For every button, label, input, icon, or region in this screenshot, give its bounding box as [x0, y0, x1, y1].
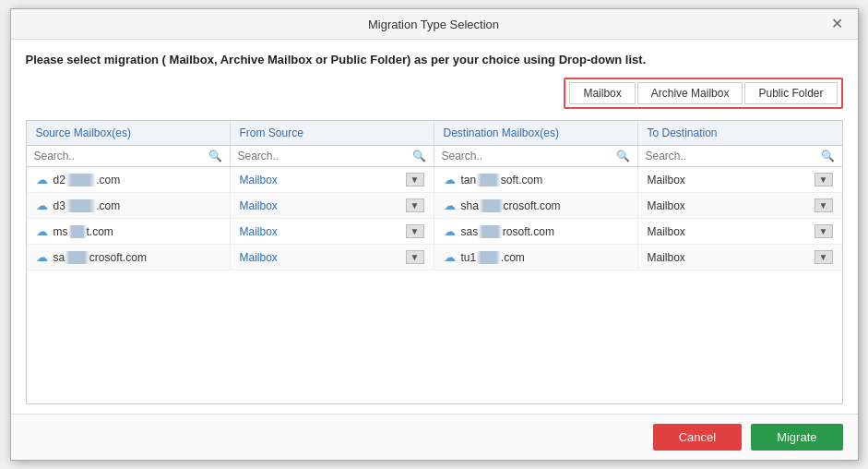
migration-table: Source Mailbox(es) From Source Destinati… [26, 120, 843, 404]
from-cell: Mailbox ▼ [231, 193, 434, 218]
dialog-body: Please select migration ( Mailbox, Archi… [11, 40, 858, 414]
data-rows: ☁ d2 .com Mailbox ▼ ☁ tan soft.com Mailb… [27, 167, 842, 271]
table-header-row: Source Mailbox(es) From Source Destinati… [27, 121, 842, 146]
search-row: 🔍 🔍 🔍 🔍 [27, 146, 842, 167]
from-type[interactable]: Mailbox [240, 225, 278, 238]
to-dropdown[interactable]: ▼ [814, 173, 833, 186]
table-row: ☁ ms t.com Mailbox ▼ ☁ sas rosoft.com Ma… [27, 219, 842, 245]
to-dropdown[interactable]: ▼ [814, 198, 833, 212]
dest-email: sas rosoft.com [461, 225, 554, 238]
blur-text [476, 251, 501, 264]
dialog-title: Migration Type Selection [41, 18, 827, 31]
dest-cell: ☁ sha crosoft.com [434, 193, 638, 218]
to-cell: Mailbox ▼ [638, 219, 842, 244]
type-buttons-group: Mailbox Archive Mailbox Public Folder [564, 78, 842, 109]
source-cell: ☁ d2 .com [27, 167, 231, 192]
dest-search-cell: 🔍 [434, 146, 638, 166]
dest-cell: ☁ sas rosoft.com [434, 219, 638, 244]
blur-text [476, 174, 501, 186]
blur-text [478, 225, 503, 238]
title-bar: Migration Type Selection ✕ [11, 9, 858, 40]
from-search-icon[interactable]: 🔍 [412, 150, 426, 162]
cloud-icon: ☁ [36, 198, 48, 212]
cloud-icon: ☁ [444, 224, 456, 238]
source-email: d3 .com [54, 199, 121, 212]
from-dropdown[interactable]: ▼ [406, 198, 424, 212]
from-dropdown[interactable]: ▼ [406, 224, 424, 238]
to-search-icon[interactable]: 🔍 [821, 150, 835, 162]
from-type[interactable]: Mailbox [240, 199, 278, 212]
cloud-icon: ☁ [36, 224, 48, 238]
blur-text [65, 199, 96, 212]
source-cell: ☁ d3 .com [27, 193, 231, 218]
blur-text [65, 174, 96, 186]
dest-cell: ☁ tan soft.com [434, 167, 638, 192]
to-type: Mailbox [648, 199, 685, 212]
from-cell: Mailbox ▼ [231, 219, 434, 244]
dest-email: tu1 .com [461, 251, 525, 264]
migration-dialog: Migration Type Selection ✕ Please select… [10, 8, 859, 461]
to-cell: Mailbox ▼ [638, 193, 842, 218]
to-search-input[interactable] [646, 150, 817, 162]
instruction-text: Please select migration ( Mailbox, Archi… [26, 53, 843, 66]
source-search-input[interactable] [34, 150, 205, 162]
dest-email: sha crosoft.com [461, 199, 561, 212]
dest-email: tan soft.com [461, 174, 543, 186]
from-cell: Mailbox ▼ [231, 245, 434, 270]
to-dropdown[interactable]: ▼ [814, 224, 833, 238]
mailbox-type-button[interactable]: Mailbox [569, 82, 635, 104]
source-search-cell: 🔍 [27, 146, 231, 166]
table-row: ☁ sa crosoft.com Mailbox ▼ ☁ tu1 .com Ma… [27, 245, 842, 271]
cloud-icon: ☁ [444, 173, 456, 186]
source-email: d2 .com [54, 174, 121, 186]
col-from-source: From Source [231, 121, 434, 145]
blur-text [65, 251, 89, 264]
col-dest-mailbox: Destination Mailbox(es) [434, 121, 638, 145]
to-cell: Mailbox ▼ [638, 167, 842, 192]
source-cell: ☁ ms t.com [27, 219, 231, 244]
source-email: ms t.com [54, 225, 113, 238]
public-folder-type-button[interactable]: Public Folder [744, 82, 837, 104]
from-type[interactable]: Mailbox [240, 251, 278, 264]
to-dropdown[interactable]: ▼ [814, 250, 833, 264]
table-row: ☁ d3 .com Mailbox ▼ ☁ sha crosoft.com Ma… [27, 193, 842, 219]
table-row: ☁ d2 .com Mailbox ▼ ☁ tan soft.com Mailb… [27, 167, 842, 193]
cloud-icon: ☁ [36, 173, 48, 186]
source-email: sa crosoft.com [54, 251, 147, 264]
close-button[interactable]: ✕ [827, 17, 847, 31]
cancel-button[interactable]: Cancel [653, 424, 742, 451]
from-search-input[interactable] [238, 150, 409, 162]
from-dropdown[interactable]: ▼ [406, 173, 424, 186]
to-type: Mailbox [648, 225, 685, 238]
dest-search-icon[interactable]: 🔍 [616, 150, 630, 162]
blur-text [68, 225, 87, 238]
source-search-icon[interactable]: 🔍 [208, 150, 222, 162]
cloud-icon: ☁ [444, 198, 456, 212]
cloud-icon: ☁ [36, 250, 48, 264]
from-search-cell: 🔍 [231, 146, 434, 166]
dest-search-input[interactable] [442, 150, 612, 162]
to-cell: Mailbox ▼ [638, 245, 842, 270]
source-cell: ☁ sa crosoft.com [27, 245, 231, 270]
dest-cell: ☁ tu1 .com [434, 245, 638, 270]
dialog-footer: Cancel Migrate [11, 414, 858, 460]
col-source-mailbox: Source Mailbox(es) [27, 121, 231, 145]
col-to-dest: To Destination [638, 121, 842, 145]
from-dropdown[interactable]: ▼ [406, 250, 424, 264]
archive-type-button[interactable]: Archive Mailbox [637, 82, 743, 104]
cloud-icon: ☁ [444, 250, 456, 264]
from-cell: Mailbox ▼ [231, 167, 434, 192]
migrate-button[interactable]: Migrate [751, 424, 842, 451]
to-search-cell: 🔍 [638, 146, 842, 166]
from-type[interactable]: Mailbox [240, 174, 278, 186]
to-type: Mailbox [648, 174, 685, 186]
to-type: Mailbox [648, 251, 685, 264]
blur-text [479, 199, 504, 212]
